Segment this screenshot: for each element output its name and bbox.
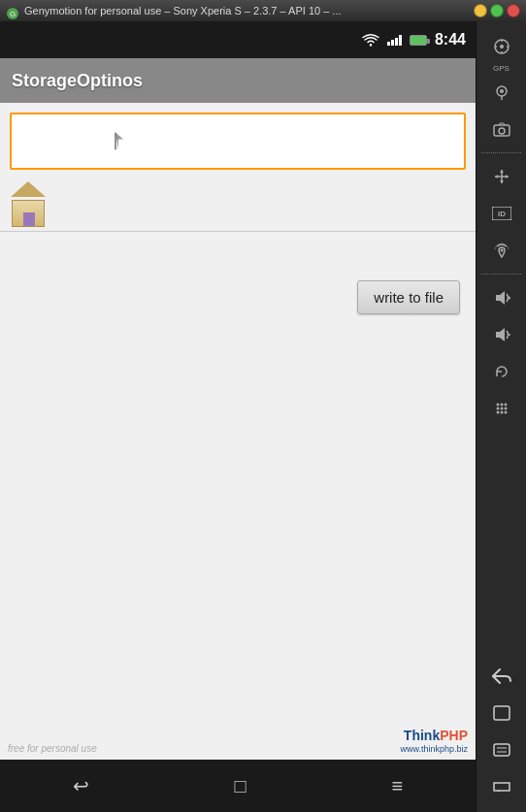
minimize-button[interactable]	[474, 4, 487, 17]
sidebar-volume-down-button[interactable]	[484, 317, 519, 352]
text-input-area[interactable]	[10, 113, 466, 170]
close-button[interactable]	[507, 4, 520, 17]
emulator-frame: 8:44 StorageOptinos	[0, 21, 526, 812]
svg-point-4	[500, 45, 504, 49]
sidebar-location-button[interactable]	[484, 75, 519, 110]
write-to-file-button[interactable]: write to file	[357, 280, 460, 314]
sidebar-id-button[interactable]: ID	[484, 196, 519, 231]
svg-point-20	[500, 404, 503, 406]
maximize-button[interactable]	[490, 4, 504, 17]
svg-point-19	[496, 404, 499, 406]
sidebar-back-button[interactable]	[484, 659, 519, 694]
sidebar-divider-2	[481, 274, 521, 275]
sidebar-camera-button[interactable]	[484, 112, 519, 146]
svg-point-21	[504, 404, 507, 406]
sidebar-volume-up-button[interactable]	[484, 280, 519, 315]
bottom-nav: ↩ □ ≡	[0, 760, 476, 812]
status-time: 8:44	[435, 31, 466, 49]
svg-point-12	[499, 128, 505, 134]
svg-text:G: G	[10, 10, 16, 18]
home-button[interactable]: □	[219, 767, 262, 805]
sidebar-move-button[interactable]	[484, 159, 519, 194]
sidebar-keypad-button[interactable]	[484, 391, 519, 426]
signal-icon	[387, 35, 402, 46]
svg-point-24	[504, 407, 507, 410]
sidebar-menu-button[interactable]	[484, 732, 519, 767]
status-bar: 8:44	[0, 21, 476, 58]
sidebar-controls: GPS	[476, 21, 526, 812]
sidebar-network-button[interactable]	[484, 233, 519, 268]
app-title-bar: StorageOptinos	[0, 58, 476, 103]
menu-button[interactable]: ≡	[376, 767, 418, 805]
back-button[interactable]: ↩	[57, 766, 105, 805]
battery-icon	[410, 35, 427, 46]
svg-point-22	[496, 407, 499, 410]
wifi-icon	[362, 33, 379, 47]
svg-point-10	[500, 89, 504, 93]
svg-point-23	[500, 407, 503, 410]
sidebar-fullscreen-button[interactable]	[484, 769, 519, 804]
content-area: write to file	[0, 232, 476, 760]
title-bar: G Genymotion for personal use – Sony Xpe…	[0, 0, 526, 21]
svg-text:ID: ID	[498, 210, 506, 218]
svg-rect-28	[494, 706, 510, 720]
svg-rect-29	[494, 744, 510, 756]
gps-label: GPS	[493, 64, 510, 73]
svg-point-26	[500, 411, 503, 414]
app-title: StorageOptinos	[12, 71, 143, 91]
svg-point-25	[496, 411, 499, 414]
title-bar-buttons	[474, 4, 520, 17]
sidebar-rotate-button[interactable]	[484, 354, 519, 389]
title-bar-text: Genymotion for personal use – Sony Xperi…	[24, 5, 474, 16]
sidebar-divider-1	[481, 152, 521, 153]
phone-screen: 8:44 StorageOptinos	[0, 21, 476, 812]
home-icon	[8, 181, 49, 227]
cursor-icon	[114, 133, 125, 150]
svg-point-2	[370, 44, 372, 46]
sidebar-gps-button[interactable]	[484, 29, 519, 64]
sidebar-home-button[interactable]	[484, 696, 519, 731]
svg-point-15	[500, 249, 503, 252]
app-content: write to file free for personal use Thin…	[0, 103, 476, 760]
svg-point-27	[504, 411, 507, 414]
